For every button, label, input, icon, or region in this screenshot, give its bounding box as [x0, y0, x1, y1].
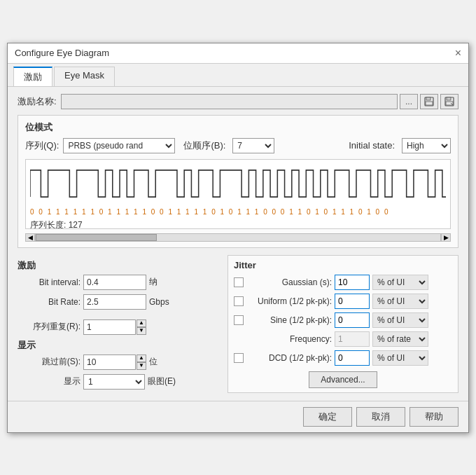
save-icon — [424, 97, 434, 106]
stimulus-section-label: 激励 — [18, 259, 220, 272]
seq-repeat-spinner: ▲ ▼ — [83, 319, 146, 335]
stimulus-name-row: 激励名称: ... — [18, 94, 458, 109]
help-button[interactable]: 帮助 — [410, 407, 458, 427]
gaussian-input[interactable] — [335, 275, 370, 290]
bit-interval-label: Bit interval: — [18, 277, 80, 287]
skip-input[interactable] — [83, 354, 136, 370]
gaussian-checkbox[interactable] — [234, 277, 244, 287]
bit-interval-input[interactable] — [83, 275, 146, 290]
frequency-input — [335, 331, 370, 347]
skip-up[interactable]: ▲ — [136, 354, 146, 362]
waveform-scrollbar: ◀ ▶ — [25, 233, 451, 242]
svg-rect-1 — [426, 97, 430, 100]
right-panel: Jitter Gaussian (s): % of UI Uniform (1/ — [227, 255, 458, 394]
skip-arrows: ▲ ▼ — [136, 354, 146, 370]
initial-state-label: Initial state: — [349, 140, 395, 151]
uniform-label: Uniform (1/2 pk-pk): — [248, 296, 332, 306]
skip-row: 跳过前(S): ▲ ▼ 位 — [18, 354, 220, 370]
svg-rect-5 — [446, 102, 453, 105]
skip-spinner: ▲ ▼ — [83, 354, 146, 370]
advanced-button[interactable]: Advanced... — [309, 371, 377, 388]
bit-rate-label: Bit Rate: — [18, 297, 80, 307]
bit-interval-unit: 纳 — [149, 276, 158, 288]
bit-order-select[interactable]: 7 — [232, 138, 274, 153]
sine-checkbox[interactable] — [234, 315, 244, 325]
sequence-row: 序列(Q): PRBS (pseudo rand 位顺序(B): 7 Initi… — [25, 138, 451, 153]
waveform-svg — [30, 163, 446, 205]
seq-repeat-label: 序列重复(R): — [18, 321, 80, 333]
seq-length: 序列长度: 127 — [30, 219, 446, 229]
jitter-dcd-row: DCD (1/2 pk-pk): % of UI — [234, 350, 452, 366]
dcd-checkbox[interactable] — [234, 353, 244, 363]
bit-mode-section: 位模式 序列(Q): PRBS (pseudo rand 位顺序(B): 7 I… — [18, 115, 458, 248]
jitter-gaussian-row: Gaussian (s): % of UI — [234, 275, 452, 290]
title-bar: Configure Eye Diagram × — [8, 43, 468, 64]
sine-label: Sine (1/2 pk-pk): — [248, 315, 332, 325]
scroll-left-button[interactable]: ◀ — [25, 233, 35, 242]
jitter-section: Jitter Gaussian (s): % of UI Uniform (1/ — [227, 255, 458, 393]
gaussian-unit[interactable]: % of UI — [372, 275, 428, 290]
save1-button[interactable] — [420, 94, 438, 109]
stimulus-name-input[interactable] — [61, 94, 398, 109]
save2-button[interactable] — [440, 94, 458, 109]
sine-unit[interactable]: % of UI — [372, 312, 428, 328]
dcd-unit[interactable]: % of UI — [372, 350, 428, 366]
waveform-display: 0 0 1 1 1 1 1 1 0 1 1 1 1 1 0 0 1 1 1 1 … — [25, 159, 451, 229]
confirm-button[interactable]: 确定 — [303, 407, 352, 427]
two-column-layout: 激励 Bit interval: 纳 Bit Rate: Gbps 序列重复(R… — [18, 255, 458, 394]
sine-input[interactable] — [335, 312, 370, 328]
seq-repeat-down[interactable]: ▼ — [136, 327, 146, 335]
frequency-label: Frequency: — [248, 334, 332, 344]
sequence-select[interactable]: PRBS (pseudo rand — [63, 138, 175, 153]
uniform-checkbox[interactable] — [234, 296, 244, 306]
uniform-unit[interactable]: % of UI — [372, 294, 428, 309]
close-button[interactable]: × — [455, 48, 461, 59]
skip-label: 跳过前(S): — [18, 356, 80, 368]
jitter-sine-row: Sine (1/2 pk-pk): % of UI — [234, 312, 452, 328]
seq-repeat-input[interactable] — [83, 319, 136, 335]
bit-rate-input[interactable] — [83, 294, 146, 310]
tab-bar: 激励 Eye Mask — [8, 64, 468, 87]
svg-rect-2 — [426, 102, 433, 105]
dots-button[interactable]: ... — [400, 94, 418, 109]
seq-repeat-up[interactable]: ▲ — [136, 319, 146, 327]
stimulus-name-label: 激励名称: — [18, 95, 57, 108]
jitter-frequency-row: Frequency: % of rate — [234, 331, 452, 347]
left-panel: 激励 Bit interval: 纳 Bit Rate: Gbps 序列重复(R… — [18, 255, 220, 394]
dcd-label: DCD (1/2 pk-pk): — [248, 353, 332, 363]
bit-mode-label: 位模式 — [25, 121, 451, 134]
scrollbar-thumb — [36, 234, 157, 241]
show-row: 显示 1 眼图(E) — [18, 374, 220, 390]
dcd-input[interactable] — [335, 350, 370, 366]
svg-line-6 — [451, 103, 453, 105]
gaussian-label: Gaussian (s): — [248, 277, 332, 287]
bit-rate-unit: Gbps — [149, 297, 169, 307]
dialog-title: Configure Eye Diagram — [15, 48, 109, 58]
skip-unit: 位 — [149, 356, 158, 368]
seq-repeat-arrows: ▲ ▼ — [136, 319, 146, 335]
scrollbar-track[interactable] — [35, 233, 441, 242]
display-section-label: 显示 — [18, 339, 220, 352]
show-select[interactable]: 1 — [83, 374, 145, 390]
jitter-title: Jitter — [234, 260, 452, 270]
display-section: 显示 跳过前(S): ▲ ▼ 位 显示 — [18, 339, 220, 390]
scroll-right-button[interactable]: ▶ — [441, 233, 451, 242]
waveform-bits: 0 0 1 1 1 1 1 1 0 1 1 1 1 1 0 0 1 1 1 1 … — [30, 208, 446, 216]
uniform-input[interactable] — [335, 294, 370, 309]
dialog-body: 激励名称: ... — [8, 87, 468, 401]
bit-interval-row: Bit interval: 纳 — [18, 275, 220, 290]
dialog-footer: 确定 取消 帮助 — [8, 401, 468, 432]
seq-repeat-row: 序列重复(R): ▲ ▼ — [18, 319, 220, 335]
save2-icon — [444, 97, 454, 106]
frequency-unit[interactable]: % of rate — [372, 331, 428, 347]
show-unit: 眼图(E) — [148, 376, 176, 387]
cancel-button[interactable]: 取消 — [356, 407, 405, 427]
svg-rect-4 — [447, 97, 451, 100]
configure-eye-diagram-dialog: Configure Eye Diagram × 激励 Eye Mask 激励名称… — [7, 43, 469, 433]
bit-rate-row: Bit Rate: Gbps — [18, 294, 220, 310]
tab-stimulus[interactable]: 激励 — [13, 67, 52, 86]
initial-state-select[interactable]: High Low — [402, 138, 451, 153]
show-label: 显示 — [18, 376, 80, 387]
skip-down[interactable]: ▼ — [136, 362, 146, 370]
tab-eye-mask[interactable]: Eye Mask — [54, 67, 115, 86]
